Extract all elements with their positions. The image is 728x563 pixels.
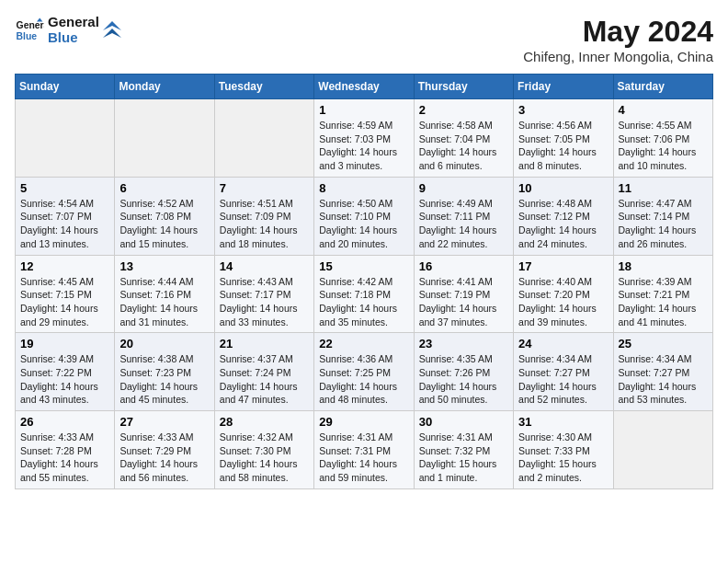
calendar-body: 1Sunrise: 4:59 AMSunset: 7:03 PMDaylight… [16, 99, 713, 489]
logo: General Blue General Blue [15, 15, 121, 45]
day-cell: 3Sunrise: 4:56 AMSunset: 7:05 PMDaylight… [514, 99, 613, 178]
day-info: Sunrise: 4:47 AMSunset: 7:14 PMDaylight:… [619, 197, 708, 251]
day-cell: 12Sunrise: 4:45 AMSunset: 7:15 PMDayligh… [16, 255, 115, 333]
day-info: Sunrise: 4:38 AMSunset: 7:23 PMDaylight:… [119, 352, 209, 407]
day-info: Sunrise: 4:40 AMSunset: 7:20 PMDaylight:… [518, 275, 608, 329]
day-info: Sunrise: 4:43 AMSunset: 7:17 PMDaylight:… [220, 275, 309, 329]
day-number: 2 [419, 103, 508, 117]
day-cell: 21Sunrise: 4:37 AMSunset: 7:24 PMDayligh… [214, 333, 313, 411]
day-number: 18 [619, 259, 708, 273]
day-info: Sunrise: 4:36 AMSunset: 7:25 PMDaylight:… [319, 352, 408, 407]
day-number: 12 [20, 259, 109, 273]
day-number: 10 [518, 181, 608, 195]
header-saturday: Saturday [613, 75, 712, 99]
day-number: 25 [619, 337, 708, 350]
day-number: 11 [619, 181, 708, 195]
day-info: Sunrise: 4:44 AMSunset: 7:16 PMDaylight:… [119, 275, 209, 329]
day-cell: 15Sunrise: 4:42 AMSunset: 7:18 PMDayligh… [314, 255, 414, 333]
day-cell: 6Sunrise: 4:52 AMSunset: 7:08 PMDaylight… [115, 177, 214, 255]
day-cell: 28Sunrise: 4:32 AMSunset: 7:30 PMDayligh… [214, 411, 313, 489]
day-number: 16 [419, 259, 508, 273]
day-cell: 22Sunrise: 4:36 AMSunset: 7:25 PMDayligh… [314, 333, 414, 411]
location-subtitle: Chifeng, Inner Mongolia, China [523, 49, 713, 64]
day-cell: 5Sunrise: 4:54 AMSunset: 7:07 PMDaylight… [16, 177, 115, 255]
day-cell: 20Sunrise: 4:38 AMSunset: 7:23 PMDayligh… [115, 333, 214, 411]
day-cell: 27Sunrise: 4:33 AMSunset: 7:29 PMDayligh… [115, 411, 214, 489]
day-info: Sunrise: 4:39 AMSunset: 7:22 PMDaylight:… [20, 352, 109, 407]
day-info: Sunrise: 4:54 AMSunset: 7:07 PMDaylight:… [20, 197, 109, 251]
week-row-4: 19Sunrise: 4:39 AMSunset: 7:22 PMDayligh… [16, 333, 713, 411]
header-thursday: Thursday [414, 75, 513, 99]
day-info: Sunrise: 4:33 AMSunset: 7:29 PMDaylight:… [119, 431, 209, 485]
day-number: 7 [220, 181, 309, 195]
day-number: 17 [518, 259, 608, 273]
day-info: Sunrise: 4:42 AMSunset: 7:18 PMDaylight:… [319, 275, 408, 329]
day-info: Sunrise: 4:33 AMSunset: 7:28 PMDaylight:… [20, 431, 109, 485]
header-friday: Friday [514, 75, 613, 99]
day-number: 22 [319, 337, 408, 350]
day-info: Sunrise: 4:50 AMSunset: 7:10 PMDaylight:… [319, 197, 408, 251]
day-info: Sunrise: 4:58 AMSunset: 7:04 PMDaylight:… [419, 119, 508, 173]
day-cell: 31Sunrise: 4:30 AMSunset: 7:33 PMDayligh… [514, 411, 613, 489]
day-cell [613, 411, 712, 489]
day-number: 8 [319, 181, 408, 195]
day-number: 27 [119, 415, 209, 429]
logo-arrow-icon [103, 21, 121, 40]
day-cell: 25Sunrise: 4:34 AMSunset: 7:27 PMDayligh… [613, 333, 712, 411]
week-row-5: 26Sunrise: 4:33 AMSunset: 7:28 PMDayligh… [16, 411, 713, 489]
day-cell: 14Sunrise: 4:43 AMSunset: 7:17 PMDayligh… [214, 255, 313, 333]
day-info: Sunrise: 4:32 AMSunset: 7:30 PMDaylight:… [220, 431, 309, 485]
day-number: 6 [119, 181, 209, 195]
day-cell: 13Sunrise: 4:44 AMSunset: 7:16 PMDayligh… [115, 255, 214, 333]
day-cell: 16Sunrise: 4:41 AMSunset: 7:19 PMDayligh… [414, 255, 513, 333]
day-cell: 9Sunrise: 4:49 AMSunset: 7:11 PMDaylight… [414, 177, 513, 255]
day-info: Sunrise: 4:30 AMSunset: 7:33 PMDaylight:… [518, 431, 608, 485]
day-number: 19 [20, 337, 109, 350]
day-info: Sunrise: 4:51 AMSunset: 7:09 PMDaylight:… [220, 197, 309, 251]
day-number: 20 [119, 337, 209, 350]
month-year-title: May 2024 [523, 15, 713, 49]
day-number: 31 [518, 415, 608, 429]
svg-text:Blue: Blue [17, 30, 38, 40]
logo-blue-text: Blue [48, 30, 99, 46]
day-cell: 19Sunrise: 4:39 AMSunset: 7:22 PMDayligh… [16, 333, 115, 411]
day-number: 14 [220, 259, 309, 273]
day-cell: 4Sunrise: 4:55 AMSunset: 7:06 PMDaylight… [613, 99, 712, 178]
day-cell: 23Sunrise: 4:35 AMSunset: 7:26 PMDayligh… [414, 333, 513, 411]
svg-marker-2 [37, 17, 42, 21]
title-block: May 2024 Chifeng, Inner Mongolia, China [523, 15, 713, 64]
day-info: Sunrise: 4:34 AMSunset: 7:27 PMDaylight:… [518, 352, 608, 407]
logo-general-text: General [48, 15, 99, 30]
day-info: Sunrise: 4:34 AMSunset: 7:27 PMDaylight:… [619, 352, 708, 407]
day-cell: 11Sunrise: 4:47 AMSunset: 7:14 PMDayligh… [613, 177, 712, 255]
day-cell: 26Sunrise: 4:33 AMSunset: 7:28 PMDayligh… [16, 411, 115, 489]
day-info: Sunrise: 4:49 AMSunset: 7:11 PMDaylight:… [419, 197, 508, 251]
page-header: General Blue General Blue May 2024 Chife… [15, 15, 713, 64]
day-cell: 30Sunrise: 4:31 AMSunset: 7:32 PMDayligh… [414, 411, 513, 489]
day-info: Sunrise: 4:35 AMSunset: 7:26 PMDaylight:… [419, 352, 508, 407]
calendar-table: Sunday Monday Tuesday Wednesday Thursday… [15, 74, 713, 489]
day-info: Sunrise: 4:55 AMSunset: 7:06 PMDaylight:… [619, 119, 708, 173]
day-cell: 1Sunrise: 4:59 AMSunset: 7:03 PMDaylight… [314, 99, 414, 178]
day-number: 9 [419, 181, 508, 195]
svg-marker-4 [103, 29, 121, 38]
day-info: Sunrise: 4:41 AMSunset: 7:19 PMDaylight:… [419, 275, 508, 329]
day-info: Sunrise: 4:56 AMSunset: 7:05 PMDaylight:… [518, 119, 608, 173]
day-number: 15 [319, 259, 408, 273]
day-number: 13 [119, 259, 209, 273]
day-cell: 17Sunrise: 4:40 AMSunset: 7:20 PMDayligh… [514, 255, 613, 333]
day-cell: 7Sunrise: 4:51 AMSunset: 7:09 PMDaylight… [214, 177, 313, 255]
day-cell [115, 99, 214, 178]
header-wednesday: Wednesday [314, 75, 414, 99]
day-info: Sunrise: 4:37 AMSunset: 7:24 PMDaylight:… [220, 352, 309, 407]
day-number: 26 [20, 415, 109, 429]
day-number: 5 [20, 181, 109, 195]
week-row-1: 1Sunrise: 4:59 AMSunset: 7:03 PMDaylight… [16, 99, 713, 178]
day-cell [16, 99, 115, 178]
day-cell: 24Sunrise: 4:34 AMSunset: 7:27 PMDayligh… [514, 333, 613, 411]
calendar-header: Sunday Monday Tuesday Wednesday Thursday… [16, 75, 713, 99]
day-info: Sunrise: 4:45 AMSunset: 7:15 PMDaylight:… [20, 275, 109, 329]
day-cell: 10Sunrise: 4:48 AMSunset: 7:12 PMDayligh… [514, 177, 613, 255]
day-number: 30 [419, 415, 508, 429]
day-cell: 29Sunrise: 4:31 AMSunset: 7:31 PMDayligh… [314, 411, 414, 489]
